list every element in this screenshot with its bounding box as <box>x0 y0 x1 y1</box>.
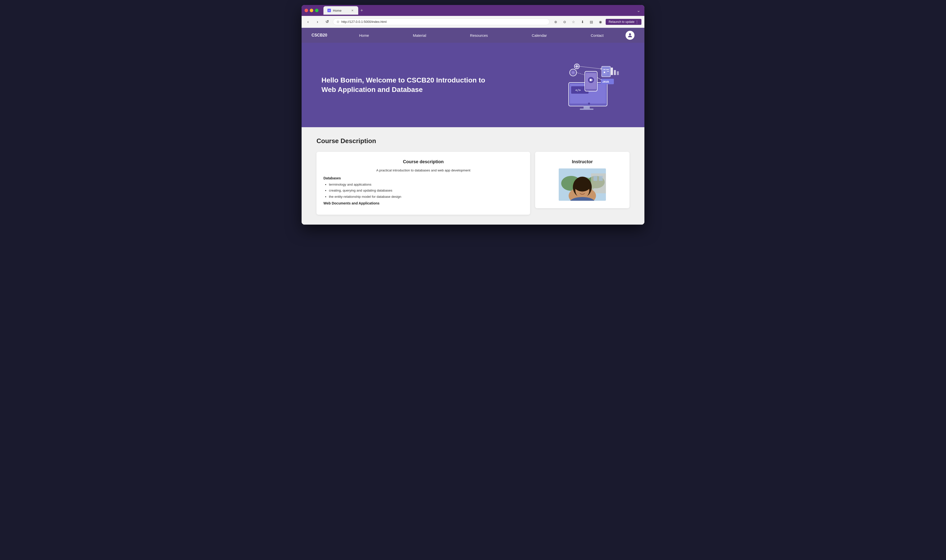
relaunch-menu-icon: ⋮ <box>635 20 638 24</box>
tab-bar: H Home ✕ + <box>323 6 634 15</box>
nav-links: Home Material Resources Calendar Contact <box>337 33 626 37</box>
svg-rect-38 <box>591 174 606 193</box>
relaunch-label: Relaunch to update <box>609 20 634 24</box>
svg-rect-40 <box>599 176 603 181</box>
nav-home[interactable]: Home <box>359 33 369 37</box>
svg-line-32 <box>579 66 601 69</box>
svg-point-0 <box>629 33 631 35</box>
cards-row: Course description A practical introduct… <box>317 152 629 215</box>
course-description-heading: Course Description <box>317 137 629 145</box>
course-description-card: Course description A practical introduct… <box>317 152 530 215</box>
course-section1-heading: Databases <box>323 176 523 180</box>
svg-line-27 <box>577 72 585 75</box>
hero-text: Hello Bomin, Welcome to CSCB20 Introduct… <box>321 75 491 94</box>
active-tab[interactable]: H Home ✕ <box>323 6 358 15</box>
svg-point-47 <box>581 191 583 192</box>
forward-button[interactable]: › <box>314 18 321 25</box>
site-logo[interactable]: CSCB20 <box>312 33 327 37</box>
svg-point-24 <box>604 72 605 73</box>
nav-resources[interactable]: Resources <box>470 33 488 37</box>
tech-illustration-svg: </> JAVA <box>565 58 622 110</box>
url-text: http://127.0.0.1:5000/index.html <box>341 20 386 24</box>
course-card-subtitle: A practical introduction to databases an… <box>323 168 523 172</box>
bookmark-icon[interactable]: ☆ <box>570 18 577 26</box>
svg-point-26 <box>572 71 575 74</box>
extensions-icon[interactable]: ⊕ <box>552 18 560 26</box>
address-bar: ‹ › ↺ ⊙ http://127.0.0.1:5000/index.html… <box>301 16 645 28</box>
close-button[interactable] <box>305 9 308 12</box>
tab-dropdown-button[interactable]: ⌄ <box>636 7 641 14</box>
title-bar: H Home ✕ + ⌄ <box>301 5 645 16</box>
instructor-photo <box>559 168 606 201</box>
webpage-content: CSCB20 Home Material Resources Calendar … <box>301 28 645 225</box>
svg-point-46 <box>584 189 586 191</box>
hero-title: Hello Bomin, Welcome to CSCB20 Introduct… <box>321 75 491 94</box>
relaunch-button[interactable]: Relaunch to update ⋮ <box>606 19 641 25</box>
profile-icon[interactable]: ◉ <box>597 18 604 26</box>
site-nav: CSCB20 Home Material Resources Calendar … <box>301 28 645 43</box>
hero-section: Hello Bomin, Welcome to CSCB20 Introduct… <box>301 43 645 127</box>
course-list-item: terminology and applications <box>329 182 523 187</box>
new-tab-button[interactable]: + <box>358 7 365 14</box>
browser-window: H Home ✕ + ⌄ ‹ › ↺ ⊙ http://127.0.0.1:50… <box>301 5 645 225</box>
traffic-lights <box>305 9 318 12</box>
svg-rect-19 <box>611 68 613 75</box>
svg-rect-21 <box>617 71 619 75</box>
tab-close-button[interactable]: ✕ <box>350 8 354 12</box>
zoom-icon[interactable]: ⊖ <box>561 18 568 26</box>
course-card-title: Course description <box>323 159 523 165</box>
svg-line-28 <box>597 77 602 80</box>
tab-favicon: H <box>328 9 331 12</box>
reload-button[interactable]: ↺ <box>323 18 331 25</box>
browser-actions: ⊕ ⊖ ☆ ⬇ ▤ ◉ Relaunch to update ⋮ <box>552 18 641 26</box>
minimize-button[interactable] <box>310 9 313 12</box>
tab-title: Home <box>333 9 341 12</box>
lock-icon: ⊙ <box>337 20 339 24</box>
course-list-item: the entity-relationship model for databa… <box>329 194 523 199</box>
svg-rect-20 <box>614 70 616 75</box>
url-bar[interactable]: ⊙ http://127.0.0.1:5000/index.html <box>333 18 549 25</box>
maximize-button[interactable] <box>315 9 318 12</box>
user-avatar[interactable] <box>626 31 634 40</box>
svg-point-44 <box>574 178 591 192</box>
instructor-card-title: Instructor <box>542 159 623 165</box>
nav-contact[interactable]: Contact <box>591 33 604 37</box>
save-icon[interactable]: ⬇ <box>579 18 586 26</box>
back-button[interactable]: ‹ <box>305 18 312 25</box>
nav-material[interactable]: Material <box>413 33 426 37</box>
hero-illustration: </> JAVA <box>565 58 629 112</box>
instructor-card: Instructor <box>535 152 629 208</box>
svg-point-7 <box>588 103 590 105</box>
svg-text:JAVA: JAVA <box>602 80 609 83</box>
svg-text:</>: </> <box>575 88 581 92</box>
nav-calendar[interactable]: Calendar <box>532 33 547 37</box>
course-list: terminology and applications creating, q… <box>323 182 523 199</box>
svg-point-45 <box>578 189 581 191</box>
course-section2-heading: Web Documents and Applications <box>323 201 523 205</box>
svg-rect-4 <box>580 109 594 110</box>
cast-icon[interactable]: ▤ <box>588 18 595 26</box>
content-section: Course Description Course description A … <box>301 127 645 225</box>
course-list-item: creating, querying and updating database… <box>329 188 523 193</box>
svg-rect-39 <box>594 176 597 181</box>
